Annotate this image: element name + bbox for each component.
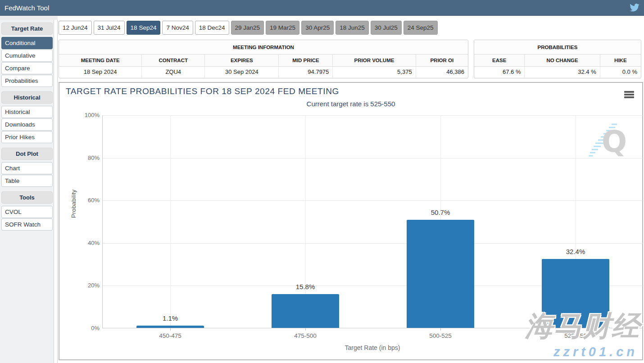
table-value-row: 67.6 %32.4 %0.0 % bbox=[474, 67, 641, 78]
bar-value-label-475-500: 15.8% bbox=[272, 283, 339, 290]
bar-450-475[interactable] bbox=[136, 326, 204, 328]
table-header-row: MEETING DATECONTRACTEXPIRESMID PRICEPRIO… bbox=[59, 54, 468, 67]
sidebar-splitter[interactable] bbox=[54, 20, 58, 363]
sidebar-section-historical: Historical bbox=[1, 91, 53, 104]
app-header: FedWatch Tool bbox=[0, 0, 644, 16]
cell-prior-oi: 46,386 bbox=[416, 67, 468, 78]
tab-7-nov24[interactable]: 7 Nov24 bbox=[162, 21, 193, 35]
sidebar: Target RateConditionalCumulativeCompareP… bbox=[0, 20, 54, 363]
x-tick-label-475-500: 475-500 bbox=[272, 332, 339, 339]
sidebar-item-probabilities[interactable]: Probabilities bbox=[1, 75, 53, 87]
plot-area: 0%20%40%60%80%100%450-4751.1%475-50015.8… bbox=[102, 115, 643, 328]
tab-19-mar25[interactable]: 19 Mar25 bbox=[266, 21, 299, 35]
site-watermark-name: 海马财经 bbox=[525, 307, 640, 345]
y-tick-label-20: 20% bbox=[73, 282, 100, 289]
cell-prior-volume: 5,375 bbox=[333, 67, 416, 78]
y-tick-label-40: 40% bbox=[73, 240, 100, 246]
sidebar-item-sofr-watch[interactable]: SOFR Watch bbox=[1, 218, 53, 231]
table-title: PROBABILITIES bbox=[474, 40, 641, 54]
cell-hike: 0.0 % bbox=[600, 67, 641, 78]
cell-contract: ZQU4 bbox=[142, 67, 205, 78]
tab-24-sep25[interactable]: 24 Sep25 bbox=[404, 21, 438, 35]
meeting-date-tabs: 12 Jun2431 Jul2418 Sep247 Nov2418 Dec242… bbox=[59, 21, 438, 35]
chart-menu-icon[interactable] bbox=[624, 91, 634, 99]
column-header-prior-volume: PRIOR VOLUME bbox=[333, 54, 416, 66]
column-header-contract: CONTRACT bbox=[142, 54, 205, 66]
sidebar-section-tools: Tools bbox=[1, 191, 53, 204]
table-value-row: 18 Sep 2024ZQU430 Sep 202494.79755,37546… bbox=[59, 67, 468, 78]
tab-31-jul24[interactable]: 31 Jul24 bbox=[94, 21, 125, 35]
sidebar-item-historical[interactable]: Historical bbox=[1, 106, 53, 118]
tab-18-sep24[interactable]: 18 Sep24 bbox=[127, 21, 161, 35]
tab-18-dec24[interactable]: 18 Dec24 bbox=[195, 21, 229, 35]
column-header-ease: EASE bbox=[474, 54, 525, 66]
site-watermark-url: zzrt01.cn bbox=[553, 345, 638, 359]
quikstrike-logo-watermark: Q bbox=[589, 123, 630, 163]
column-header-no-change: NO CHANGE bbox=[525, 54, 600, 66]
v-gridline-450-475 bbox=[170, 115, 171, 328]
sidebar-item-conditional[interactable]: Conditional bbox=[1, 37, 53, 49]
y-tick-label-60: 60% bbox=[73, 197, 100, 204]
cell-no-change: 32.4 % bbox=[525, 67, 600, 78]
h-gridline-40 bbox=[103, 243, 643, 244]
tab-18-jun25[interactable]: 18 Jun25 bbox=[336, 21, 369, 35]
cell-meeting-date: 18 Sep 2024 bbox=[59, 67, 142, 78]
sidebar-item-cumulative[interactable]: Cumulative bbox=[1, 50, 53, 62]
chart-title: TARGET RATE PROBABILITIES FOR 18 SEP 202… bbox=[66, 86, 339, 96]
q-letter: Q bbox=[602, 124, 627, 159]
cell-ease: 67.6 % bbox=[474, 67, 525, 78]
sidebar-section-target-rate: Target Rate bbox=[1, 23, 53, 35]
x-tick-mark-500-525 bbox=[440, 328, 441, 331]
chart-panel: TARGET RATE PROBABILITIES FOR 18 SEP 202… bbox=[59, 82, 643, 360]
table-header-row: EASENO CHANGEHIKE bbox=[474, 54, 641, 67]
column-header-mid-price: MID PRICE bbox=[279, 54, 333, 66]
cell-mid-price: 94.7975 bbox=[279, 67, 333, 78]
y-tick-label-80: 80% bbox=[73, 154, 100, 161]
tab-30-apr25[interactable]: 30 Apr25 bbox=[301, 21, 334, 35]
sidebar-section-dot-plot: Dot Plot bbox=[1, 148, 53, 160]
column-header-meeting-date: MEETING DATE bbox=[59, 54, 142, 66]
x-tick-mark-450-475 bbox=[170, 328, 171, 331]
x-tick-mark-475-500 bbox=[305, 328, 306, 331]
main-content: 12 Jun2431 Jul2418 Sep247 Nov2418 Dec242… bbox=[58, 16, 644, 363]
tab-29-jan25[interactable]: 29 Jan25 bbox=[231, 21, 264, 35]
sidebar-item-cvol[interactable]: CVOL bbox=[1, 206, 53, 218]
y-axis-title: Probability bbox=[70, 190, 77, 218]
meeting-information-table: MEETING INFORMATIONMEETING DATECONTRACTE… bbox=[59, 40, 468, 78]
sidebar-item-table[interactable]: Table bbox=[1, 175, 53, 187]
table-title: MEETING INFORMATION bbox=[59, 40, 468, 54]
tab-12-jun24[interactable]: 12 Jun24 bbox=[59, 21, 92, 35]
twitter-icon[interactable] bbox=[630, 4, 644, 12]
column-header-prior-oi: PRIOR OI bbox=[416, 54, 468, 66]
y-tick-label-0: 0% bbox=[73, 325, 100, 331]
h-gridline-60 bbox=[103, 200, 643, 201]
h-gridline-100 bbox=[103, 115, 643, 116]
sidebar-item-compare[interactable]: Compare bbox=[1, 62, 53, 74]
probabilities-table: PROBABILITIESEASENO CHANGEHIKE67.6 %32.4… bbox=[474, 40, 641, 78]
bar-value-label-450-475: 1.1% bbox=[136, 314, 204, 322]
app-title: FedWatch Tool bbox=[0, 4, 49, 12]
chart-subtitle: Current target rate is 525-550 bbox=[59, 100, 642, 108]
sidebar-item-chart[interactable]: Chart bbox=[1, 162, 53, 174]
sidebar-item-prior-hikes[interactable]: Prior Hikes bbox=[1, 131, 53, 143]
column-header-hike: HIKE bbox=[600, 54, 641, 66]
cell-expires: 30 Sep 2024 bbox=[205, 67, 279, 78]
column-header-expires: EXPIRES bbox=[205, 54, 279, 66]
bar-value-label-525-550: 32.4% bbox=[542, 248, 609, 255]
bar-500-525[interactable] bbox=[407, 220, 474, 328]
x-tick-label-500-525: 500-525 bbox=[407, 332, 474, 339]
x-tick-label-450-475: 450-475 bbox=[136, 332, 204, 339]
tab-30-jul25[interactable]: 30 Jul25 bbox=[371, 21, 402, 35]
y-tick-label-100: 100% bbox=[73, 112, 100, 118]
bar-value-label-500-525: 50.7% bbox=[407, 209, 474, 216]
h-gridline-80 bbox=[103, 158, 643, 159]
bar-475-500[interactable] bbox=[272, 294, 339, 328]
sidebar-item-downloads[interactable]: Downloads bbox=[1, 118, 53, 131]
